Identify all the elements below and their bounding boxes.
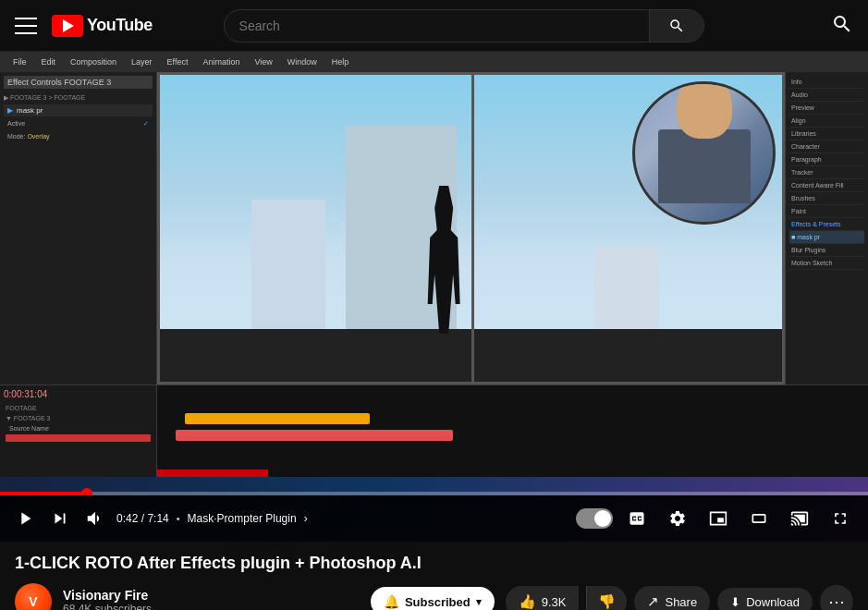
- ae-paragraph[interactable]: Paragraph: [789, 153, 864, 166]
- video-thumbnail[interactable]: File Edit Composition Layer Effect Anima…: [0, 52, 868, 542]
- download-button[interactable]: ⬇ Download: [717, 588, 813, 610]
- window-divider: [471, 72, 474, 384]
- channel-row: V Visionary Fire 68.4K subscribers 🔔 Sub…: [15, 583, 853, 610]
- ae-timeline-right[interactable]: [157, 385, 868, 477]
- cast-icon: [790, 509, 809, 528]
- ae-libraries[interactable]: Libraries: [789, 128, 864, 140]
- volume-icon: [85, 508, 105, 529]
- ae-time-display[interactable]: 0:00:31:04: [4, 389, 47, 399]
- channel-info: Visionary Fire 68.4K subscribers: [63, 588, 360, 610]
- ae-menu-view[interactable]: View: [249, 57, 277, 67]
- ae-menu-help[interactable]: Help: [326, 57, 355, 67]
- miniplayer-button[interactable]: [702, 502, 735, 535]
- ae-video-preview[interactable]: [157, 72, 785, 384]
- fullscreen-button[interactable]: [824, 502, 857, 535]
- settings-icon: [668, 509, 687, 528]
- ae-timeline-red: [157, 470, 268, 477]
- ae-menu-composition[interactable]: Composition: [65, 57, 122, 67]
- chapter-arrow[interactable]: ›: [304, 512, 308, 525]
- ae-tracker[interactable]: Tracker: [789, 166, 864, 179]
- captions-button[interactable]: [620, 502, 654, 535]
- menu-icon[interactable]: [15, 15, 37, 37]
- cast-button[interactable]: [783, 502, 816, 535]
- ae-align[interactable]: Align: [789, 115, 864, 128]
- autoplay-knob: [594, 510, 611, 527]
- ae-blend-mode: Active ✓: [4, 117, 153, 130]
- ae-blur-plugins[interactable]: Blur Plugins: [789, 244, 864, 257]
- volume-button[interactable]: [81, 505, 109, 532]
- action-buttons: 👍 9.3K 👎 ↗ Share ⬇ Download ⋯: [506, 585, 853, 610]
- ae-mask-item[interactable]: ▶ mask pr: [4, 104, 153, 116]
- fullscreen-icon: [831, 509, 850, 528]
- share-label: Share: [665, 595, 697, 609]
- ae-menu-animation[interactable]: Animation: [197, 57, 245, 67]
- ae-content-aware-fill[interactable]: Content Aware Fill: [789, 179, 864, 192]
- youtube-logo-icon: [52, 15, 83, 37]
- below-video: 1-CLICK ROTO After Effects plugin + Phot…: [0, 542, 868, 610]
- subscribe-label: Subscribed: [405, 595, 471, 609]
- channel-avatar[interactable]: V: [15, 583, 52, 610]
- dislike-button[interactable]: 👎: [586, 586, 627, 610]
- search-input[interactable]: [225, 10, 649, 42]
- ae-preview[interactable]: Preview: [789, 102, 864, 115]
- ae-menu-file[interactable]: File: [7, 57, 32, 67]
- ae-effects-controls: Effect Controls FOOTAGE 3: [4, 76, 153, 89]
- ae-paint[interactable]: Paint: [789, 205, 864, 218]
- more-button[interactable]: ⋯: [820, 585, 853, 610]
- ae-timeline: 0:00:31:04 FOOTAGE ▼ FOOTAGE 3 Source Na…: [0, 384, 868, 477]
- chevron-down-icon: ▾: [476, 596, 482, 608]
- ae-info[interactable]: Info: [789, 76, 864, 89]
- next-button[interactable]: [46, 505, 74, 532]
- ae-timeline-label: FOOTAGE: [4, 403, 153, 413]
- channel-subscribers: 68.4K subscribers: [63, 603, 360, 610]
- ae-audio[interactable]: Audio: [789, 89, 864, 102]
- search-icon: [668, 18, 685, 34]
- theater-icon: [750, 509, 768, 528]
- download-label: Download: [746, 595, 800, 609]
- youtube-logo[interactable]: YouTube: [52, 15, 153, 37]
- controls-bar: 0:42 / 7:14 • Mask·Prompter Plugin ›: [0, 495, 868, 542]
- search-button[interactable]: [649, 10, 703, 42]
- ae-timeline-left: 0:00:31:04 FOOTAGE ▼ FOOTAGE 3 Source Na…: [0, 385, 157, 477]
- share-icon: ↗: [647, 593, 659, 610]
- ae-mask-pr-item[interactable]: ■ mask pr: [789, 231, 864, 244]
- channel-name[interactable]: Visionary Fire: [63, 588, 360, 603]
- ae-timeline-bar: [185, 413, 370, 424]
- ae-timeline-label2: ▼ FOOTAGE 3: [4, 413, 153, 423]
- ae-timeline-redbar: [6, 434, 151, 442]
- thumbs-down-icon: 👎: [598, 593, 616, 610]
- search-icon-header[interactable]: [831, 13, 853, 39]
- subscribe-button[interactable]: 🔔 Subscribed ▾: [371, 587, 495, 610]
- header: YouTube: [0, 0, 868, 52]
- theater-button[interactable]: [742, 502, 776, 535]
- time-display: 0:42 / 7:14: [116, 512, 169, 525]
- video-player: File Edit Composition Layer Effect Anima…: [0, 52, 868, 542]
- play-button[interactable]: [11, 505, 39, 532]
- ae-source-name: Source Name: [4, 423, 153, 433]
- youtube-logo-text: YouTube: [87, 16, 153, 35]
- ae-layer-label: ▶ FOOTAGE 3 > FOOTAGE: [4, 92, 153, 104]
- autoplay-toggle[interactable]: [576, 508, 613, 529]
- ae-motion-sketch[interactable]: Motion Sketch: [789, 257, 864, 270]
- ae-character[interactable]: Character: [789, 140, 864, 153]
- ae-menu-edit[interactable]: Edit: [36, 57, 62, 67]
- more-icon: ⋯: [828, 592, 845, 610]
- chapter-name[interactable]: Mask·Prompter Plugin: [188, 512, 297, 525]
- miniplayer-icon: [709, 509, 727, 528]
- ae-menu-window[interactable]: Window: [282, 57, 323, 67]
- ae-timeline-controls: 0:00:31:04: [4, 389, 153, 399]
- search-bar: [224, 9, 704, 43]
- ae-brushes[interactable]: Brushes: [789, 192, 864, 205]
- ae-menu-layer[interactable]: Layer: [126, 57, 158, 67]
- webcam-overlay: [632, 81, 776, 225]
- ae-top-bar: File Edit Composition Layer Effect Anima…: [0, 52, 868, 72]
- like-button[interactable]: 👍 9.3K: [506, 586, 580, 610]
- share-button[interactable]: ↗ Share: [634, 586, 710, 610]
- search-container: [224, 9, 704, 43]
- bell-icon: 🔔: [384, 594, 399, 609]
- ae-main: Effect Controls FOOTAGE 3 ▶ FOOTAGE 3 > …: [0, 72, 868, 384]
- ae-menu-effect[interactable]: Effect: [162, 57, 194, 67]
- settings-button[interactable]: [661, 502, 694, 535]
- ae-effects-presets[interactable]: Effects & Presets: [789, 218, 864, 231]
- like-count: 9.3K: [542, 595, 567, 609]
